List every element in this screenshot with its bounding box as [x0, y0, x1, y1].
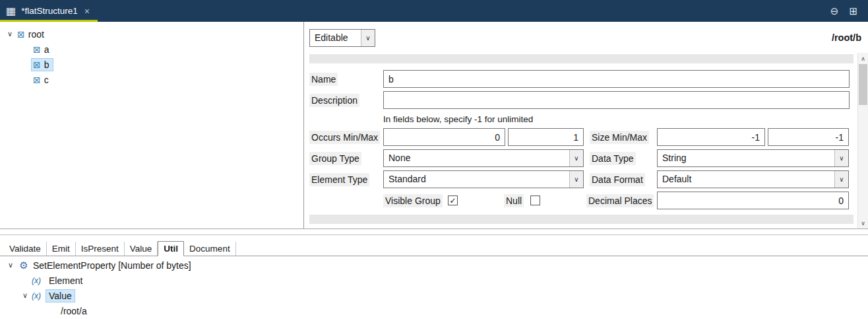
- data-type-value: String: [658, 150, 834, 166]
- tree-node-selected[interactable]: ⊠ b: [32, 59, 53, 71]
- name-row: Name: [309, 70, 850, 88]
- collapsed-section-bar[interactable]: [309, 215, 853, 224]
- element-icon: ⊠: [17, 30, 25, 39]
- visible-group-label: Visible Group: [383, 194, 443, 207]
- tree-node[interactable]: ⊠ root: [16, 28, 47, 40]
- element-type-value: Standard: [384, 171, 569, 188]
- occurs-min-input[interactable]: [383, 128, 505, 146]
- tree-item-label[interactable]: root: [28, 29, 44, 40]
- element-type-label: Element Type: [309, 173, 369, 186]
- data-format-select[interactable]: Default ∨: [657, 170, 849, 188]
- window-controls: ⊖ ⊞: [830, 5, 868, 17]
- flags-decimal-row: Visible Group ✓ Null Decimal Places: [309, 192, 850, 209]
- tab-document[interactable]: Document: [184, 242, 236, 256]
- element-type-select[interactable]: Standard ∨: [383, 170, 584, 188]
- scrollbar-thumb[interactable]: [859, 64, 867, 105]
- tree-item-c[interactable]: ⊠ c: [0, 72, 303, 87]
- structure-file-icon: ▦: [6, 6, 16, 17]
- element-icon: ⊠: [33, 60, 41, 69]
- rule-item-element[interactable]: (x) Element: [0, 273, 868, 288]
- rule-item-label[interactable]: /root/a: [58, 305, 90, 317]
- hint-row: In fields below, specify -1 for unlimite…: [383, 112, 850, 125]
- mode-select[interactable]: Editable ∨: [309, 29, 375, 47]
- data-format-value: Default: [658, 171, 834, 188]
- rule-item-label-selected[interactable]: Value: [46, 290, 75, 302]
- chevron-down-icon[interactable]: ∨: [4, 30, 16, 38]
- group-data-type-row: Group Type None ∨ Data Type String ∨: [309, 149, 850, 167]
- size-minmax-label: Size Min/Max: [590, 131, 649, 144]
- document-tab[interactable]: ▦ *flatStructure1 ×: [0, 0, 98, 22]
- tree-item-root[interactable]: ∨ ⊠ root: [0, 26, 303, 42]
- data-type-label: Data Type: [590, 152, 636, 165]
- group-type-label: Group Type: [309, 152, 361, 165]
- main-area: ∨ ⊠ root ⊠ a ⊠ b ⊠ c: [0, 22, 868, 229]
- null-checkbox[interactable]: [530, 195, 540, 205]
- properties-panel: Editable ∨ /root/b Name Description In f…: [304, 22, 868, 229]
- chevron-down-icon[interactable]: ∨: [834, 150, 848, 166]
- group-type-select[interactable]: None ∨: [383, 149, 584, 167]
- visible-group-checkbox[interactable]: ✓: [448, 195, 458, 205]
- size-max-input[interactable]: [768, 128, 849, 146]
- size-min-input[interactable]: [657, 128, 765, 146]
- chevron-down-icon[interactable]: ∨: [361, 30, 375, 46]
- tree-item-label[interactable]: c: [44, 75, 49, 85]
- tab-value[interactable]: Value: [125, 242, 158, 256]
- chevron-down-icon[interactable]: ∨: [569, 150, 583, 166]
- null-label: Null: [504, 194, 524, 207]
- data-format-label: Data Format: [590, 173, 645, 186]
- rule-item-value[interactable]: ∨ (x) Value: [0, 288, 868, 303]
- rules-panel: Validate Emit IsPresent Value Util Docum…: [0, 235, 868, 319]
- tree-node[interactable]: ⊠ c: [32, 74, 52, 86]
- collapsed-section-bar[interactable]: [309, 54, 853, 63]
- group-type-value: None: [384, 150, 569, 166]
- element-icon: ⊠: [33, 45, 41, 54]
- titlebar: ▦ *flatStructure1 × ⊖ ⊞: [0, 0, 868, 22]
- chevron-down-icon[interactable]: ∨: [18, 291, 32, 300]
- rule-item-path[interactable]: /root/a: [0, 303, 868, 318]
- structure-tree-panel: ∨ ⊠ root ⊠ a ⊠ b ⊠ c: [0, 22, 304, 229]
- description-input[interactable]: [383, 91, 850, 109]
- name-label: Name: [309, 73, 338, 86]
- chevron-down-icon[interactable]: ∨: [4, 261, 17, 269]
- tree-node[interactable]: ⊠ a: [32, 44, 53, 55]
- close-tab-icon[interactable]: ×: [84, 6, 90, 17]
- tree-item-label[interactable]: b: [44, 59, 49, 70]
- tab-util[interactable]: Util: [158, 241, 184, 256]
- element-path: /root/b: [832, 32, 861, 43]
- decimal-places-input[interactable]: [657, 192, 849, 209]
- tab-validate[interactable]: Validate: [4, 242, 47, 256]
- document-tab-title: *flatStructure1: [21, 6, 78, 16]
- occurs-max-input[interactable]: [508, 128, 584, 146]
- data-type-select[interactable]: String ∨: [657, 149, 849, 167]
- scroll-down-icon[interactable]: ∨: [858, 218, 868, 228]
- util-rule-tree: ∨ ⚙ SetElementProperty [Number of bytes]…: [0, 258, 868, 318]
- chevron-down-icon[interactable]: ∨: [569, 171, 583, 188]
- description-label: Description: [309, 94, 359, 107]
- check-icon: ✓: [449, 196, 456, 205]
- rule-item-label[interactable]: Element: [46, 275, 85, 287]
- tab-emit[interactable]: Emit: [47, 242, 76, 256]
- element-type-format-row: Element Type Standard ∨ Data Format Defa…: [309, 170, 850, 188]
- fx-icon: (x): [32, 291, 46, 301]
- decimal-places-label: Decimal Places: [586, 194, 654, 207]
- unlimited-hint-text: In fields below, specify -1 for unlimite…: [383, 114, 533, 124]
- tree-item-label[interactable]: a: [44, 44, 49, 55]
- properties-header: Editable ∨ /root/b: [304, 22, 868, 53]
- occurs-minmax-label: Occurs Min/Max: [309, 131, 380, 144]
- tree-item-a[interactable]: ⊠ a: [0, 42, 303, 57]
- fx-icon: (x): [32, 276, 46, 285]
- tab-ispresent[interactable]: IsPresent: [76, 242, 125, 256]
- collapse-window-icon[interactable]: ⊖: [830, 5, 839, 17]
- properties-form: Name Description In fields below, specif…: [309, 70, 850, 213]
- tree-item-b[interactable]: ⊠ b: [0, 57, 303, 72]
- occurs-size-row: Occurs Min/Max Size Min/Max: [309, 128, 850, 146]
- scroll-up-icon[interactable]: ∧: [858, 53, 868, 63]
- rule-item-label[interactable]: SetElementProperty [Number of bytes]: [30, 260, 194, 271]
- chevron-down-icon[interactable]: ∨: [834, 171, 848, 188]
- name-input[interactable]: [383, 70, 850, 88]
- mode-select-value: Editable: [310, 30, 361, 46]
- description-row: Description: [309, 91, 850, 109]
- maximize-window-icon[interactable]: ⊞: [849, 5, 857, 17]
- vertical-scrollbar[interactable]: ∧ ∨: [857, 53, 868, 229]
- rule-item-setelementproperty[interactable]: ∨ ⚙ SetElementProperty [Number of bytes]: [0, 258, 868, 273]
